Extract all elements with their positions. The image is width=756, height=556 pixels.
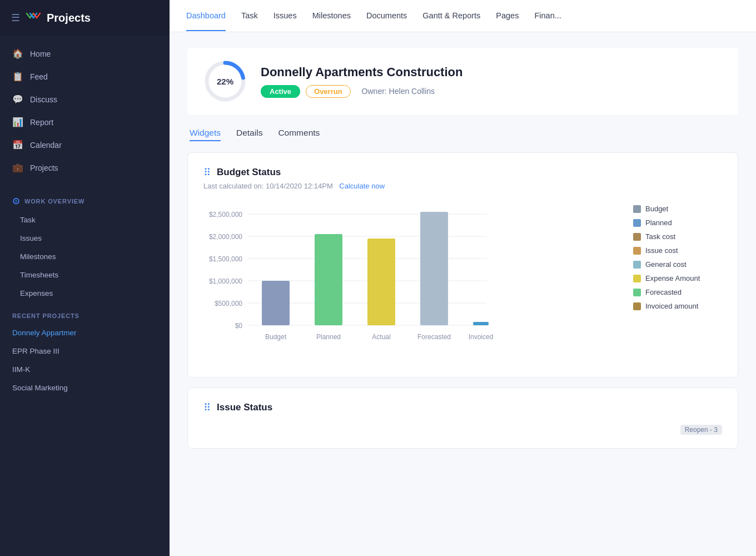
active-badge: Active [261,85,300,98]
budget-widget-sub: Last calculated on: 10/14/2020 12:14PM C… [203,182,722,190]
legend-taskcost-label: Task cost [645,232,675,241]
legend-issuecost: Issue cost [633,246,722,255]
svg-rect-15 [315,234,342,325]
legend-taskcost-swatch [633,233,641,241]
project-info: Donnelly Apartments Construction Active … [261,65,723,98]
hamburger-icon[interactable]: ☰ [11,12,20,24]
recent-project-social[interactable]: Social Marketing [0,379,170,397]
budget-widget-header: ⠿ Budget Status [203,166,722,178]
legend-issuecost-swatch [633,247,641,255]
budget-widget-icon: ⠿ [203,166,211,178]
svg-text:Budget: Budget [265,333,287,341]
sidebar-item-discuss[interactable]: 💬 Discuss [0,88,170,111]
overrun-badge: Overrun [306,85,351,98]
issue-widget-title: Issue Status [217,402,272,413]
legend-invoiced: Invoiced amount [633,302,722,310]
nav-gantt[interactable]: Gantt & Reports [422,1,480,31]
project-badges: Active Overrun Owner: Helen Collins [261,85,723,98]
sidebar-item-issues[interactable]: Issues [0,229,170,247]
nav-issues[interactable]: Issues [273,1,297,31]
nav-milestones[interactable]: Milestones [312,1,351,31]
recent-project-donnely[interactable]: Donnely Appartmer [0,324,170,342]
sidebar-item-home[interactable]: 🏠 Home [0,42,170,65]
nav-finance[interactable]: Finan... [534,1,561,31]
sidebar-item-feed[interactable]: 📋 Feed [0,65,170,88]
legend-budget: Budget [633,205,722,213]
legend-expense: Expense Amount [633,274,722,282]
svg-text:$1,500,000: $1,500,000 [209,255,242,263]
legend-planned: Planned [633,219,722,227]
sidebar-item-home-label: Home [30,49,51,58]
legend-forecasted-swatch [633,289,641,296]
content-area: 22% Donnelly Apartments Construction Act… [170,32,756,556]
legend-generalcost-label: General cost [645,260,687,269]
legend-forecasted-label: Forecasted [645,288,682,296]
issue-widget-icon: ⠿ [203,401,211,414]
sidebar-item-feed-label: Feed [30,72,48,81]
top-nav: Dashboard Task Issues Milestones Documen… [170,0,756,32]
project-header: 22% Donnelly Apartments Construction Act… [187,48,738,115]
nav-pages[interactable]: Pages [496,1,519,31]
legend-expense-swatch [633,275,641,282]
legend-issuecost-label: Issue cost [645,246,678,255]
recent-project-iimk[interactable]: IIM-K [0,360,170,379]
svg-text:Forecasted: Forecasted [417,333,451,341]
main-content: Dashboard Task Issues Milestones Documen… [170,0,756,556]
budget-widget-title: Budget Status [217,167,281,178]
sidebar-item-report[interactable]: 📊 Report [0,111,170,133]
legend-taskcost: Task cost [633,232,722,241]
legend-planned-swatch [633,219,641,227]
tab-details[interactable]: Details [236,128,262,141]
issue-widget-content: Reopen - 3 [203,419,722,435]
sidebar-item-report-label: Report [30,118,53,127]
sidebar-item-milestones[interactable]: Milestones [0,247,170,266]
page-tabs: Widgets Details Comments [187,128,738,141]
discuss-icon: 💬 [12,94,23,105]
svg-text:Planned: Planned [316,333,341,341]
legend-generalcost: General cost [633,260,722,269]
tab-comments[interactable]: Comments [278,128,320,141]
work-overview-icon: ⊙ [12,196,20,206]
sidebar-nav: 🏠 Home 📋 Feed 💬 Discuss 📊 Report 📅 Calen… [0,36,170,186]
chart-legend: Budget Planned Task cost Issue cost [633,200,722,310]
tab-widgets[interactable]: Widgets [190,128,221,141]
nav-dashboard[interactable]: Dashboard [186,1,226,31]
progress-label: 22% [217,77,233,86]
sidebar-item-timesheets[interactable]: Timesheets [0,266,170,284]
budget-chart: $2,500,000 $2,000,000 $1,500,000 $1,000,… [203,200,616,364]
svg-text:$0: $0 [235,322,243,330]
sidebar-item-expenses[interactable]: Expenses [0,284,170,302]
recent-projects-label: RECENT PROJECTS [0,302,170,324]
sidebar-item-calendar-label: Calendar [30,141,62,150]
reopen-badge: Reopen - 3 [680,425,722,435]
legend-expense-label: Expense Amount [645,274,700,282]
svg-text:Actual: Actual [372,333,390,341]
work-overview-section: ⊙ WORK OVERVIEW [0,186,170,211]
sidebar-item-projects[interactable]: 💼 Projects [0,156,170,179]
legend-forecasted: Forecasted [633,288,722,296]
chart-area: $2,500,000 $2,000,000 $1,500,000 $1,000,… [203,200,722,364]
recent-project-epr[interactable]: EPR Phase III [0,342,170,360]
svg-text:$2,000,000: $2,000,000 [209,233,242,241]
report-icon: 📊 [12,117,23,127]
nav-documents[interactable]: Documents [366,1,407,31]
svg-text:Invoiced: Invoiced [469,333,494,341]
svg-rect-18 [473,322,489,325]
svg-text:$500,000: $500,000 [215,300,242,307]
calculate-link[interactable]: Calculate now [339,182,385,190]
nav-task[interactable]: Task [241,1,258,31]
legend-generalcost-swatch [633,261,641,269]
sidebar-item-task[interactable]: Task [0,211,170,229]
svg-rect-17 [420,212,448,325]
svg-rect-14 [262,281,290,325]
sidebar-item-projects-label: Projects [30,163,58,172]
sidebar-item-calendar[interactable]: 📅 Calendar [0,133,170,156]
calendar-icon: 📅 [12,140,23,150]
legend-budget-swatch [633,205,641,213]
legend-planned-label: Planned [645,219,672,227]
svg-text:$2,500,000: $2,500,000 [209,211,242,219]
progress-circle: 22% [203,59,247,103]
issue-widget: ⠿ Issue Status Reopen - 3 [187,388,738,449]
logo-icon [26,10,41,26]
issue-widget-header: ⠿ Issue Status [203,401,722,414]
